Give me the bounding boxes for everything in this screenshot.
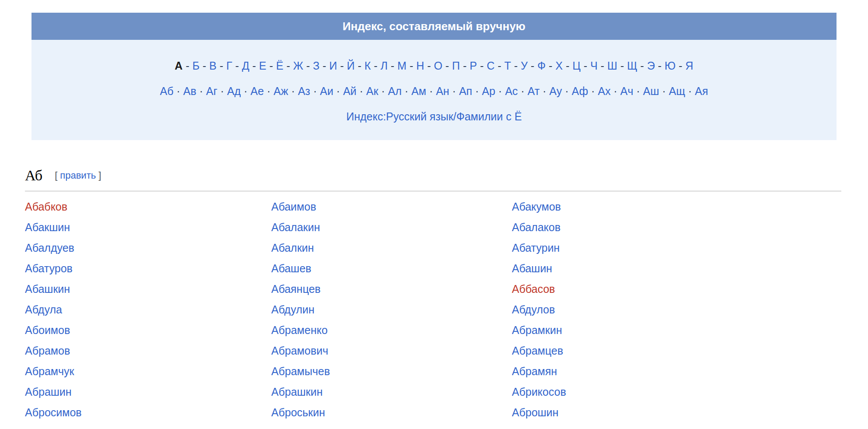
combo-separator: · [426,85,436,97]
surname-link[interactable]: Абрамчук [25,365,74,377]
alphabet-separator: - [186,60,192,72]
alphabet-letter-link[interactable]: Щ [627,60,637,72]
surname-link[interactable]: Аброськин [271,406,325,418]
alphabet-letter-link[interactable]: Г [226,60,232,72]
alphabet-letter-link[interactable]: К [364,60,371,72]
combo-link[interactable]: Ае [250,85,264,97]
surname-link[interactable]: Абрамцев [512,345,563,357]
surname-link[interactable]: Абашев [271,262,312,274]
surname-link[interactable]: Абрикосов [512,386,566,398]
surname-link[interactable]: Абалдуев [25,242,74,254]
surname-link[interactable]: Абрамычев [271,365,330,377]
surname-link[interactable]: Аброшин [512,406,559,418]
alphabet-letter-link[interactable]: Ч [590,60,598,72]
alphabet-letter-link[interactable]: Ё [276,60,284,72]
combo-link[interactable]: Ап [459,85,472,97]
surname-link[interactable]: Абрамян [512,365,557,377]
surname-link[interactable]: Абаянцев [271,283,321,295]
alphabet-letter-link[interactable]: И [329,60,337,72]
surname-link[interactable]: Абалкин [271,242,314,254]
surname-link[interactable]: Абакшин [25,221,70,233]
alphabet-letter-link[interactable]: Е [259,60,266,72]
combo-link[interactable]: Аз [298,85,310,97]
alphabet-letter-link[interactable]: Ц [572,60,581,72]
surname-link[interactable]: Абрашин [25,386,72,398]
alphabet-letter-link[interactable]: У [521,60,528,72]
surname-link[interactable]: Абаимов [271,200,316,213]
surname-link[interactable]: Абросимов [25,406,82,418]
list-item: Абрамчук [25,361,271,382]
list-item: Абалакин [271,217,512,238]
combo-link[interactable]: Ас [505,85,518,97]
alphabet-letter-link[interactable]: Л [381,60,388,72]
surname-link[interactable]: Абрамов [25,345,70,357]
alphabet-letter-link[interactable]: С [486,60,494,72]
combo-link[interactable]: Ач [620,85,634,97]
alphabet-letter-link[interactable]: Ф [537,60,546,72]
alphabet-letter-link[interactable]: Ю [665,60,676,72]
alphabet-letter-link[interactable]: Б [192,60,200,72]
combo-link[interactable]: Ащ [669,85,685,97]
combo-link[interactable]: Ая [695,85,708,97]
alphabet-letter-link[interactable]: Р [470,60,477,72]
alphabet-letter-link[interactable]: Д [242,60,249,72]
surname-link[interactable]: Абоимов [25,324,70,336]
combo-separator: · [472,85,482,97]
index-page-link[interactable]: Индекс:Русский язык/Фамилии с Ё [346,110,522,123]
combo-link[interactable]: Ав [183,85,196,97]
combo-link[interactable]: Ак [366,85,378,97]
alphabet-letter-link[interactable]: Э [647,60,655,72]
surname-link[interactable]: Абакумов [512,200,561,213]
alphabet-letter-link[interactable]: Ш [607,60,617,72]
combo-link[interactable]: Ал [388,85,402,97]
combo-link[interactable]: Аи [320,85,333,97]
edit-link[interactable]: править [57,170,98,181]
alphabet-letter-link[interactable]: З [313,60,319,72]
list-item: Абаянцев [271,279,512,299]
alphabet-letter-link[interactable]: О [434,60,442,72]
surname-link[interactable]: Абашкин [25,283,70,295]
alphabet-separator: - [511,60,521,72]
index-body: А - Б - В - Г - Д - Е - Ё - Ж - З - И - … [32,40,836,140]
combo-link[interactable]: Аж [273,85,288,97]
alphabet-letter-link[interactable]: Н [416,60,424,72]
combo-link[interactable]: Ад [227,85,241,97]
combo-link[interactable]: Ат [528,85,540,97]
combo-link[interactable]: Ар [482,85,496,97]
combo-link[interactable]: Ай [343,85,357,97]
surname-link[interactable]: Абалаков [512,221,560,233]
alphabet-letter-link[interactable]: Я [686,60,693,72]
surname-link[interactable]: Абатуров [25,262,73,274]
surname-link[interactable]: Абабков [25,200,67,213]
combo-link[interactable]: Ан [436,85,449,97]
surname-link[interactable]: Абатурин [512,242,560,254]
alphabet-letter-link[interactable]: Т [504,60,511,72]
surname-link[interactable]: Абрашкин [271,386,323,398]
surname-link[interactable]: Абрамкин [512,324,562,336]
alphabet-letter-link[interactable]: Ж [293,60,303,72]
combo-link[interactable]: Аб [160,85,174,97]
combo-link[interactable]: Аш [643,85,659,97]
surname-link[interactable]: Абашин [512,262,552,274]
alphabet-separator: - [266,60,276,72]
combo-separator: · [518,85,528,97]
alphabet-letter-link[interactable]: П [452,60,460,72]
combo-link[interactable]: Ау [550,85,562,97]
surname-link[interactable]: Аббасов [512,283,555,295]
surname-link[interactable]: Абрамович [271,345,328,357]
surname-link[interactable]: Абдулов [512,303,555,316]
combo-separator: · [611,85,620,97]
alphabet-letter-link[interactable]: М [397,60,406,72]
surname-link[interactable]: Абдулин [271,303,315,316]
combo-link[interactable]: Ам [411,85,426,97]
combo-link[interactable]: Аг [206,85,217,97]
alphabet-letter-link[interactable]: Й [347,60,355,72]
alphabet-letter-link[interactable]: В [209,60,217,72]
surname-link[interactable]: Абдула [25,303,62,316]
alphabet-separator: - [637,60,647,72]
combo-link[interactable]: Аф [572,85,588,97]
surname-link[interactable]: Абалакин [271,221,320,233]
combo-link[interactable]: Ах [598,85,610,97]
surname-link[interactable]: Абраменко [271,324,328,336]
alphabet-letter-link[interactable]: Х [556,60,563,72]
